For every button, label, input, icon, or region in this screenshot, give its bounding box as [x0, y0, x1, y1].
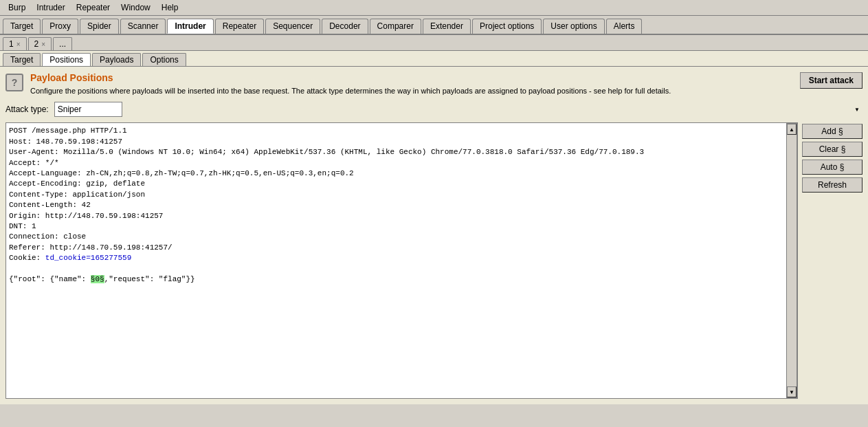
sub-tab-bar: Target Positions Payloads Options [0, 51, 868, 67]
session-tab-more[interactable]: ... [53, 37, 72, 50]
clear-section-button[interactable]: Clear § [802, 142, 863, 157]
tab-target[interactable]: Target [3, 19, 41, 34]
session-tab-bar: 1 × 2 × ... [0, 35, 868, 51]
menu-bar: Burp Intruder Repeater Window Help [0, 0, 868, 16]
start-attack-button[interactable]: Start attack [800, 72, 863, 89]
auto-section-button[interactable]: Auto § [802, 160, 863, 175]
menu-intruder[interactable]: Intruder [31, 1, 70, 14]
help-icon[interactable]: ? [5, 74, 23, 91]
menu-burp[interactable]: Burp [3, 1, 31, 14]
session-tab-1[interactable]: 1 × [3, 37, 27, 50]
tab-scanner[interactable]: Scanner [120, 19, 166, 34]
tab-repeater[interactable]: Repeater [215, 19, 264, 34]
top-tab-bar: Target Proxy Spider Scanner Intruder Rep… [0, 16, 868, 35]
tab-project-options[interactable]: Project options [472, 19, 542, 34]
header-section: ? Payload Positions Configure the positi… [5, 72, 863, 96]
attack-type-label: Attack type: [5, 105, 49, 114]
sub-tab-options[interactable]: Options [142, 53, 186, 66]
tab-spider[interactable]: Spider [80, 19, 119, 34]
scroll-down-button[interactable]: ▼ [787, 386, 797, 397]
attack-type-row: Attack type: Sniper Battering ram Pitchf… [5, 100, 863, 118]
refresh-button[interactable]: Refresh [802, 177, 863, 193]
header-description: Configure the positions where payloads w… [30, 86, 671, 96]
scrollbar-track[interactable] [787, 135, 797, 386]
attack-type-select[interactable]: Sniper Battering ram Pitchfork Cluster b… [54, 102, 122, 117]
tab-user-options[interactable]: User options [543, 19, 604, 34]
add-section-button[interactable]: Add § [802, 124, 863, 139]
sub-tab-target[interactable]: Target [3, 53, 41, 66]
menu-help[interactable]: Help [156, 1, 184, 14]
session-tab-more-label: ... [59, 39, 66, 49]
session-tab-2-label: 2 [34, 39, 39, 49]
tab-decoder[interactable]: Decoder [322, 19, 368, 34]
page-title: Payload Positions [30, 72, 671, 83]
session-tab-2-close[interactable]: × [41, 41, 45, 48]
request-area-wrapper: POST /message.php HTTP/1.1Host: 148.70.5… [5, 122, 863, 399]
tab-extender[interactable]: Extender [423, 19, 471, 34]
start-attack-container: Start attack [800, 72, 863, 89]
sub-tab-positions[interactable]: Positions [42, 53, 91, 66]
sub-tab-payloads[interactable]: Payloads [92, 53, 141, 66]
menu-repeater[interactable]: Repeater [71, 1, 115, 14]
scrollbar[interactable]: ▲ ▼ [786, 123, 797, 398]
session-tab-1-close[interactable]: × [16, 41, 21, 48]
tab-sequencer[interactable]: Sequencer [265, 19, 320, 34]
main-content: ? Payload Positions Configure the positi… [0, 67, 868, 404]
scroll-up-button[interactable]: ▲ [787, 124, 797, 135]
tab-comparer[interactable]: Comparer [370, 19, 421, 34]
tab-proxy[interactable]: Proxy [42, 19, 78, 34]
header-info: ? Payload Positions Configure the positi… [5, 72, 671, 96]
header-text: Payload Positions Configure the position… [30, 72, 671, 96]
attack-type-select-wrapper: Sniper Battering ram Pitchfork Cluster b… [54, 102, 863, 117]
session-tab-2[interactable]: 2 × [28, 37, 52, 50]
request-editor-container: POST /message.php HTTP/1.1Host: 148.70.5… [5, 122, 798, 399]
session-tab-1-label: 1 [9, 39, 14, 49]
tab-intruder[interactable]: Intruder [167, 19, 213, 34]
menu-window[interactable]: Window [115, 1, 156, 14]
request-editor[interactable]: POST /message.php HTTP/1.1Host: 148.70.5… [6, 123, 786, 398]
tab-alerts[interactable]: Alerts [606, 19, 643, 34]
right-button-panel: Add § Clear § Auto § Refresh [802, 122, 863, 399]
